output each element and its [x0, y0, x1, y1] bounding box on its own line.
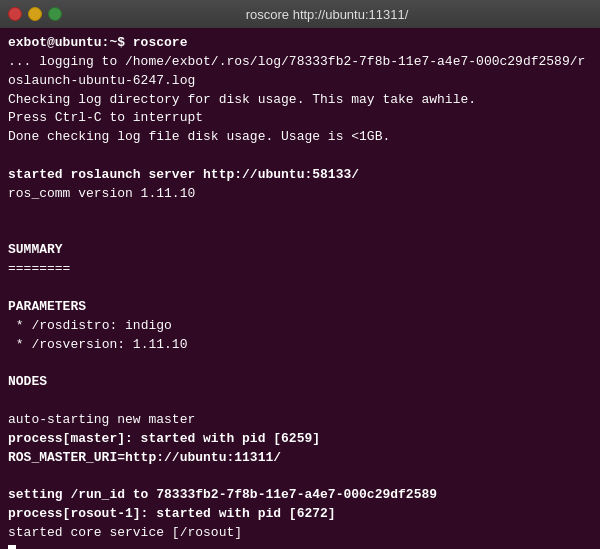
maximize-button[interactable]	[48, 7, 62, 21]
terminal-window: roscore http://ubuntu:11311/ exbot@ubunt…	[0, 0, 600, 549]
minimize-button[interactable]	[28, 7, 42, 21]
titlebar: roscore http://ubuntu:11311/	[0, 0, 600, 28]
window-controls	[8, 7, 62, 21]
terminal-output: exbot@ubuntu:~$ roscore ... logging to /…	[8, 34, 592, 549]
window-title: roscore http://ubuntu:11311/	[62, 7, 592, 22]
terminal-body[interactable]: exbot@ubuntu:~$ roscore ... logging to /…	[0, 28, 600, 549]
cursor	[8, 545, 16, 549]
close-button[interactable]	[8, 7, 22, 21]
